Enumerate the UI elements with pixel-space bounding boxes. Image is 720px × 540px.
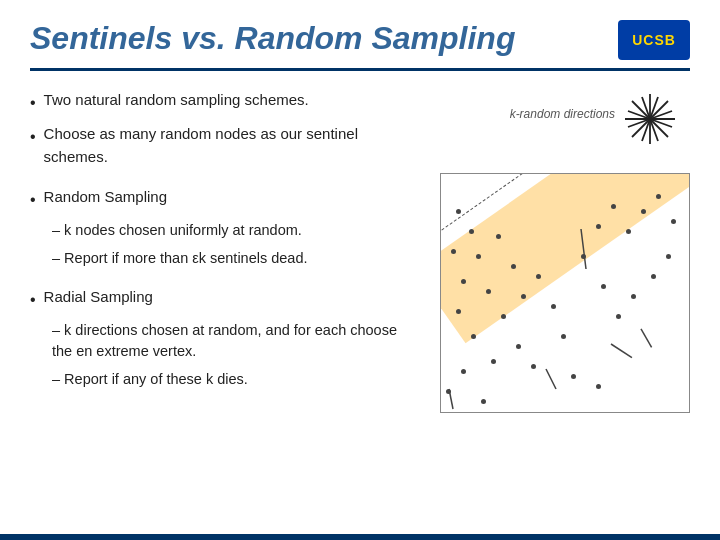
svg-line-10 (611, 339, 632, 363)
bullet-2: • Choose as many random nodes as our sen… (30, 123, 420, 168)
bullet-dot-2: • (30, 125, 36, 149)
k-random-label: k-random directions (510, 107, 615, 121)
sub-item-1: – k nodes chosen uniformly at random. (30, 220, 420, 242)
svg-line-8 (581, 229, 586, 269)
slide-title: Sentinels vs. Random Sampling (30, 20, 515, 57)
radial-sampling-label: Radial Sampling (44, 286, 153, 309)
svg-line-9 (546, 369, 556, 389)
diagram-lines-svg (441, 174, 689, 412)
slide-content: • Two natural random sampling schemes. •… (30, 89, 690, 413)
bottom-bar (0, 534, 720, 540)
ucsb-logo: UCSB (618, 20, 690, 60)
bullet-radial-sampling: • Radial Sampling (30, 286, 420, 312)
starburst-area: k-random directions (430, 89, 690, 169)
slide-header: Sentinels vs. Random Sampling UCSB (30, 20, 690, 71)
bullet-2-text: Choose as many random nodes as our senti… (44, 123, 420, 168)
sub-item-4: – Report if any of these k dies. (30, 369, 420, 391)
left-column: • Two natural random sampling schemes. •… (30, 89, 420, 413)
bullet-1: • Two natural random sampling schemes. (30, 89, 420, 115)
bullet-dot-1: • (30, 91, 36, 115)
svg-line-12 (449, 389, 453, 409)
diagram-box (440, 173, 690, 413)
svg-line-11 (637, 329, 655, 347)
sub-item-3: – k directions chosen at random, and for… (30, 320, 420, 364)
random-sampling-label: Random Sampling (44, 186, 167, 209)
slide: Sentinels vs. Random Sampling UCSB • Two… (0, 0, 720, 540)
starburst-icon (620, 89, 680, 149)
bullet-dot-rs: • (30, 188, 36, 212)
bullet-random-sampling: • Random Sampling (30, 186, 420, 212)
right-column: k-random directions (430, 89, 690, 413)
bullet-dot-radial: • (30, 288, 36, 312)
sub-item-2: – Report if more than εk sentinels dead. (30, 248, 420, 270)
bullet-1-text: Two natural random sampling schemes. (44, 89, 309, 112)
